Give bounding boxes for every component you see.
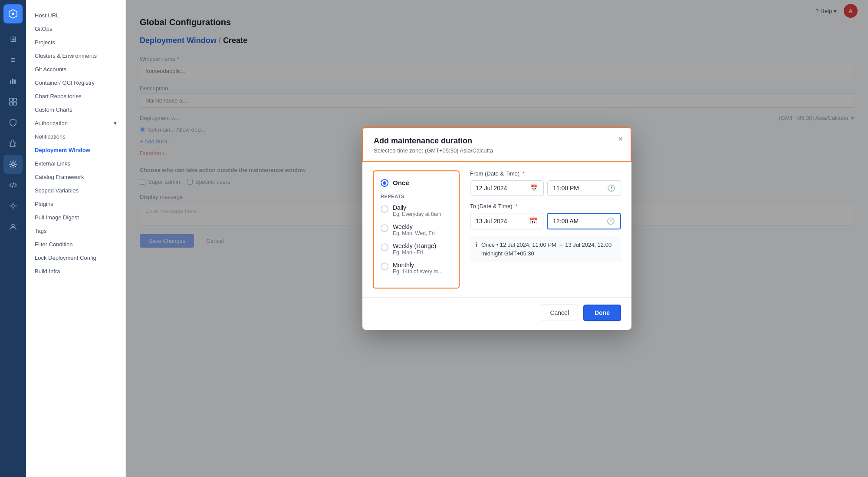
nav-gitops[interactable]: GitOps xyxy=(26,22,125,36)
nav-build-infra[interactable]: Build Infra xyxy=(26,265,125,278)
monthly-label: Monthly xyxy=(393,262,442,268)
main-content: ? Help ▾ A Global Configurations Deploym… xyxy=(126,0,868,477)
from-date-input[interactable]: 12 Jul 2024 📅 xyxy=(470,180,544,196)
from-row: 12 Jul 2024 📅 11:00 PM 🕐 xyxy=(470,180,621,196)
daily-option[interactable]: Daily Eg. Everyday at 8am xyxy=(381,204,452,217)
add-maintenance-dialog: Add maintenance duration Selected time z… xyxy=(362,127,631,330)
nav-authorization[interactable]: Authorization ▾ xyxy=(26,116,125,130)
svg-rect-6 xyxy=(10,102,13,105)
app-logo[interactable] xyxy=(3,4,23,23)
nav-clusters[interactable]: Clusters & Environments xyxy=(26,49,125,63)
svg-point-10 xyxy=(12,205,14,207)
calendar-icon-to: 📅 xyxy=(529,217,538,225)
summary-info-box: ℹ Once • 12 Jul 2024, 11:00 PM → 13 Jul … xyxy=(470,236,621,262)
summary-text: Once • 12 Jul 2024, 11:00 PM → 13 Jul 20… xyxy=(481,241,616,258)
nav-filter-condition[interactable]: Filter Condition xyxy=(26,238,125,251)
info-icon: ℹ xyxy=(475,241,478,249)
from-required: * xyxy=(523,170,525,177)
weekly-option[interactable]: Weekly Eg. Mon, Wed, Fri xyxy=(381,223,452,236)
dialog-title: Add maintenance duration xyxy=(374,136,620,146)
to-required: * xyxy=(515,203,517,209)
nav-sidebar: Host URL GitOps Projects Clusters & Envi… xyxy=(26,0,126,477)
weekly-radio[interactable] xyxy=(381,224,388,232)
nav-deployment-window[interactable]: Deployment Window xyxy=(26,143,125,157)
nav-icon-apps[interactable]: ≡ xyxy=(3,50,23,70)
weekly-range-option[interactable]: Weekly (Range) Eg. Mon - Fri xyxy=(381,242,452,255)
nav-git-accounts[interactable]: Git Accounts xyxy=(26,63,125,76)
to-date-value: 13 Jul 2024 xyxy=(476,218,507,225)
dialog-footer: Cancel Done xyxy=(362,297,631,330)
calendar-icon-from: 📅 xyxy=(530,184,538,192)
svg-rect-5 xyxy=(13,98,16,101)
nav-icon-puzzle[interactable] xyxy=(3,134,23,153)
dialog-body: Once REPEATS Daily Eg. Everyday at 8am xyxy=(362,162,631,297)
clock-icon-from: 🕐 xyxy=(607,184,615,192)
sidebar-icons: ⊞ ≡ xyxy=(0,0,26,477)
monthly-option[interactable]: Monthly Eg. 14th of every m... xyxy=(381,262,452,275)
svg-point-11 xyxy=(12,224,14,227)
nav-lock-deployment[interactable]: Lock Deployment Config xyxy=(26,251,125,265)
nav-icon-code[interactable] xyxy=(3,176,23,195)
dialog-cancel-button[interactable]: Cancel xyxy=(541,305,578,321)
nav-catalog-framework[interactable]: Catalog Framework xyxy=(26,170,125,184)
from-date-value: 12 Jul 2024 xyxy=(476,185,507,192)
monthly-radio[interactable] xyxy=(381,262,388,270)
dialog-header: Add maintenance duration Selected time z… xyxy=(362,127,631,162)
to-row: 13 Jul 2024 📅 12:00 AM 🕐 xyxy=(470,213,621,229)
weekly-range-radio[interactable] xyxy=(381,243,388,251)
daily-desc: Eg. Everyday at 8am xyxy=(393,211,441,217)
nav-container-registry[interactable]: Container/ OCI Registry xyxy=(26,76,125,89)
daily-label: Daily xyxy=(393,204,441,211)
weekly-range-desc: Eg. Mon - Fri xyxy=(393,249,436,255)
nav-pull-image-digest[interactable]: Pull Image Digest xyxy=(26,211,125,224)
nav-tags[interactable]: Tags xyxy=(26,224,125,238)
once-option[interactable]: Once xyxy=(381,178,452,187)
nav-plugins[interactable]: Plugins xyxy=(26,197,125,211)
dialog-subtitle: Selected time zone: (GMT+05:30) Asia/Cal… xyxy=(374,147,620,154)
nav-icon-grid[interactable] xyxy=(3,92,23,111)
svg-point-8 xyxy=(12,163,14,166)
from-label: From (Date & Time) * xyxy=(470,170,621,177)
weekly-desc: Eg. Mon, Wed, Fri xyxy=(393,230,434,236)
nav-projects[interactable]: Projects xyxy=(26,36,125,49)
from-time-value: 11:00 PM xyxy=(553,185,579,192)
to-time-input[interactable]: 12:00 AM 🕐 xyxy=(547,213,621,229)
nav-icon-chart[interactable] xyxy=(3,71,23,90)
svg-rect-4 xyxy=(10,98,13,101)
svg-rect-7 xyxy=(13,102,16,105)
from-time-input[interactable]: 11:00 PM 🕐 xyxy=(547,180,621,196)
dialog-done-button[interactable]: Done xyxy=(583,305,621,321)
once-radio[interactable] xyxy=(381,179,388,187)
svg-point-0 xyxy=(12,13,14,15)
to-time-value: 12:00 AM xyxy=(553,218,579,225)
frequency-panel: Once REPEATS Daily Eg. Everyday at 8am xyxy=(373,170,460,288)
once-label: Once xyxy=(393,179,409,186)
chevron-down-icon: ▾ xyxy=(114,120,117,126)
weekly-range-label: Weekly (Range) xyxy=(393,242,436,249)
date-time-panel: From (Date & Time) * 12 Jul 2024 📅 11:00… xyxy=(460,170,621,288)
nav-icon-dashboard[interactable]: ⊞ xyxy=(3,30,23,49)
repeats-label: REPEATS xyxy=(381,194,452,199)
daily-radio[interactable] xyxy=(381,205,388,213)
clock-icon-to: 🕐 xyxy=(607,217,615,225)
svg-rect-2 xyxy=(12,79,13,84)
nav-icon-config[interactable] xyxy=(3,155,23,174)
svg-rect-1 xyxy=(10,80,11,84)
nav-icon-settings2[interactable] xyxy=(3,196,23,215)
nav-scoped-variables[interactable]: Scoped Variables xyxy=(26,184,125,197)
nav-icon-user[interactable] xyxy=(3,217,23,236)
nav-external-links[interactable]: External Links xyxy=(26,157,125,170)
svg-line-9 xyxy=(12,182,14,188)
nav-chart-repos[interactable]: Chart Repositories xyxy=(26,89,125,103)
nav-custom-charts[interactable]: Custom Charts xyxy=(26,103,125,116)
svg-rect-3 xyxy=(14,80,16,84)
to-label: To (Date & Time) * xyxy=(470,203,621,209)
nav-icon-security[interactable] xyxy=(3,113,23,132)
to-date-input[interactable]: 13 Jul 2024 📅 xyxy=(470,213,543,229)
nav-host-url[interactable]: Host URL xyxy=(26,9,125,22)
nav-notifications[interactable]: Notifications xyxy=(26,130,125,143)
dialog-close-button[interactable]: × xyxy=(618,135,623,144)
monthly-desc: Eg. 14th of every m... xyxy=(393,268,442,275)
weekly-label: Weekly xyxy=(393,223,434,230)
